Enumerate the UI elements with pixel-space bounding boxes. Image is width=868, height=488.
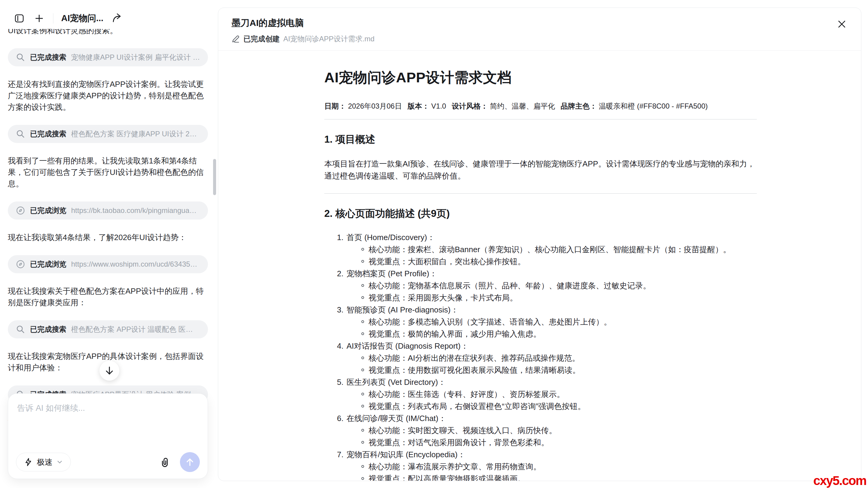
mode-label: 极速 <box>37 457 53 467</box>
bullet-text: 视觉重点：极简的输入界面，减少用户输入焦虑。 <box>369 328 541 340</box>
page-title: AI对话报告页 (Diagnosis Report)： <box>347 341 469 350</box>
page-title: 首页 (Home/Discovery)： <box>347 233 435 242</box>
document-meta: 日期： 2026年03月06日 版本： V1.0 设计风格： 简约、温馨、扁平化… <box>324 101 757 111</box>
bullet-icon <box>361 405 364 407</box>
meta-label: 品牌主色： <box>561 102 597 110</box>
chat-message: 现在让我读取第4条结果，了解2026年UI设计趋势： <box>8 232 208 243</box>
meta-value: 2026年03月06日 <box>348 102 402 110</box>
section-heading: 1. 项目概述 <box>324 133 757 146</box>
meta-value: 简约、温馨、扁平化 <box>490 102 555 110</box>
meta-value: 温暖亲和橙 (#FF8C00 - #FFA500) <box>599 102 708 110</box>
sidebar-toggle-icon <box>14 13 25 24</box>
file-status-row[interactable]: 已完成创建 AI宠物问诊APP设计需求.md <box>231 34 848 44</box>
list-number: 4. <box>337 341 344 350</box>
bullet-text: 核心功能：AI分析出的潜在症状列表、推荐药品或操作规范。 <box>369 352 580 364</box>
close-panel-button[interactable] <box>836 18 848 30</box>
list-item: 7.宠物百科/知识库 (Encyclopedia)： 核心功能：瀑布流展示养护文… <box>324 449 757 481</box>
sidebar-toggle-button[interactable] <box>13 12 25 24</box>
lightning-icon <box>24 458 33 466</box>
virtual-computer-header: 墨刀AI的虚拟电脑 已完成创建 AI宠物问诊APP设计需求.md <box>218 8 861 51</box>
browse-icon <box>16 206 25 216</box>
bullet-text: 核心功能：宠物基本信息展示（照片、品种、年龄）、健康进度条、过敏史记录。 <box>369 280 651 292</box>
watermark: cxy5.com <box>813 473 866 488</box>
bullet-text: 核心功能：医生筛选（专科、好评度）、资历标签展示。 <box>369 388 564 400</box>
chat-input[interactable] <box>17 403 198 445</box>
conversation-title: AI宠物问... <box>61 12 103 24</box>
search-icon <box>16 129 25 139</box>
share-button[interactable] <box>111 12 123 24</box>
list-item: 4.AI对话报告页 (Diagnosis Report)： 核心功能：AI分析出… <box>324 340 757 376</box>
bullet-text: 核心功能：搜索栏、滚动Banner（养宠知识）、核心功能入口金刚区、智能提醒卡片… <box>369 243 731 255</box>
page-feature-list: 1.首页 (Home/Discovery)： 核心功能：搜索栏、滚动Banner… <box>324 231 757 481</box>
bullet-icon <box>361 369 364 371</box>
page-title: 宠物百科/知识库 (Encyclopedia)： <box>347 450 465 459</box>
chat-message: 我看到了一些有用的结果。让我先读取第1条和第4条结果，它们可能包含了关于医疗UI… <box>8 155 208 190</box>
plus-icon <box>34 13 44 24</box>
bullet-text: 核心功能：实时图文聊天、视频连线入口、病历快传。 <box>369 424 557 436</box>
send-button[interactable] <box>180 452 200 472</box>
list-item: 1.首页 (Home/Discovery)： 核心功能：搜索栏、滚动Banner… <box>324 231 757 267</box>
new-chat-button[interactable] <box>33 12 45 24</box>
arrow-up-icon <box>185 457 195 467</box>
chat-message: UI设计案例和设计灵感的搜索。 <box>8 29 208 36</box>
search-result-chip[interactable]: 已完成搜索 橙色配色方案 APP设计 温暖配色 医疗健康... <box>8 320 208 338</box>
chip-label: 已完成搜索 <box>30 53 66 62</box>
page-title: 宠物档案页 (Pet Profile)： <box>347 269 437 278</box>
model-mode-selector[interactable]: 极速 <box>16 453 71 471</box>
chip-label: 已完成搜索 <box>30 129 66 139</box>
search-icon <box>16 53 25 62</box>
status-label: 已完成创建 <box>244 34 280 44</box>
search-result-chip[interactable]: 已完成搜索 宠物健康APP UI设计案例 扁平化设计 橙色... <box>8 48 208 66</box>
section-paragraph: 本项目旨在打造一款集AI预诊、在线问诊、健康管理于一体的智能宠物医疗APP。设计… <box>324 158 757 182</box>
page-title: 在线问诊/聊天页 (IM/Chat)： <box>347 414 446 423</box>
list-number: 2. <box>337 269 344 278</box>
share-icon <box>112 13 123 24</box>
browse-result-chip[interactable]: 已完成浏览 https://bk.taobao.com/k/pingmiangu… <box>8 201 208 220</box>
bullet-text: 视觉重点：配以高质量宠物摄影或温馨插画。 <box>369 472 525 481</box>
bullet-text: 视觉重点：对话气泡采用圆角设计，背景色彩柔和。 <box>369 436 549 449</box>
bullet-text: 视觉重点：列表式布局，右侧设置橙色“立即咨询”强调色按钮。 <box>369 400 585 412</box>
chevron-down-icon <box>57 459 63 465</box>
scroll-to-bottom-button[interactable] <box>99 361 119 381</box>
meta-label: 设计风格： <box>452 102 488 110</box>
chat-header: AI宠物问... <box>13 10 211 27</box>
bullet-text: 核心功能：瀑布流展示养护文章、常用药物查询。 <box>369 461 541 472</box>
list-item: 6.在线问诊/聊天页 (IM/Chat)： 核心功能：实时图文聊天、视频连线入口… <box>324 412 757 449</box>
browse-result-chip[interactable]: 已完成浏览 https://www.woshipm.com/ucd/634351… <box>8 255 208 273</box>
virtual-computer-panel: 墨刀AI的虚拟电脑 已完成创建 AI宠物问诊APP设计需求.md AI宠物问诊A… <box>218 7 861 481</box>
search-result-chip[interactable]: 已完成搜索 橙色配色方案 医疗健康APP UI设计 2026年... <box>8 125 208 143</box>
bullet-icon <box>361 296 364 299</box>
header-divider <box>53 13 53 24</box>
attach-file-button[interactable] <box>158 455 172 469</box>
chip-detail: https://bk.taobao.com/k/pingmianguangg..… <box>71 206 200 215</box>
section-heading: 2. 核心页面功能描述 (共9页) <box>324 207 757 221</box>
page-title: 医生列表页 (Vet Directory)： <box>347 378 446 387</box>
bullet-icon <box>361 477 364 480</box>
list-number: 7. <box>337 450 344 459</box>
paperclip-icon <box>159 456 171 468</box>
page-title: 智能预诊页 (AI Pre-diagnosis)： <box>347 305 458 314</box>
list-number: 1. <box>337 233 344 242</box>
bullet-icon <box>361 465 364 468</box>
meta-label: 日期： <box>324 102 346 110</box>
bullet-text: 视觉重点：使用数据可视化图表展示风险值，结果清晰易读。 <box>369 364 580 376</box>
chat-message: 现在让我搜索关于橙色配色方案在APP设计中的应用，特别是医疗健康类应用： <box>8 285 208 308</box>
chip-label: 已完成搜索 <box>30 324 66 334</box>
bullet-icon <box>361 248 364 251</box>
bullet-icon <box>361 393 364 395</box>
bullet-icon <box>361 429 364 432</box>
document-title: AI宠物问诊APP设计需求文档 <box>324 68 757 87</box>
chat-input-card: 极速 <box>8 393 208 479</box>
chat-scrollbar-thumb[interactable] <box>213 159 216 195</box>
bullet-icon <box>361 320 364 323</box>
list-number: 3. <box>337 305 344 314</box>
bullet-icon <box>361 260 364 263</box>
bullet-icon <box>361 356 364 359</box>
list-item: 5.医生列表页 (Vet Directory)： 核心功能：医生筛选（专科、好评… <box>324 376 757 412</box>
divider <box>324 119 757 119</box>
list-item: 3.智能预诊页 (AI Pre-diagnosis)： 核心功能：多模态输入识别… <box>324 304 757 340</box>
list-number: 5. <box>337 378 344 387</box>
meta-label: 版本： <box>407 102 429 110</box>
chip-detail: 宠物健康APP UI设计案例 扁平化设计 橙色... <box>71 53 200 62</box>
arrow-down-icon <box>104 366 115 376</box>
